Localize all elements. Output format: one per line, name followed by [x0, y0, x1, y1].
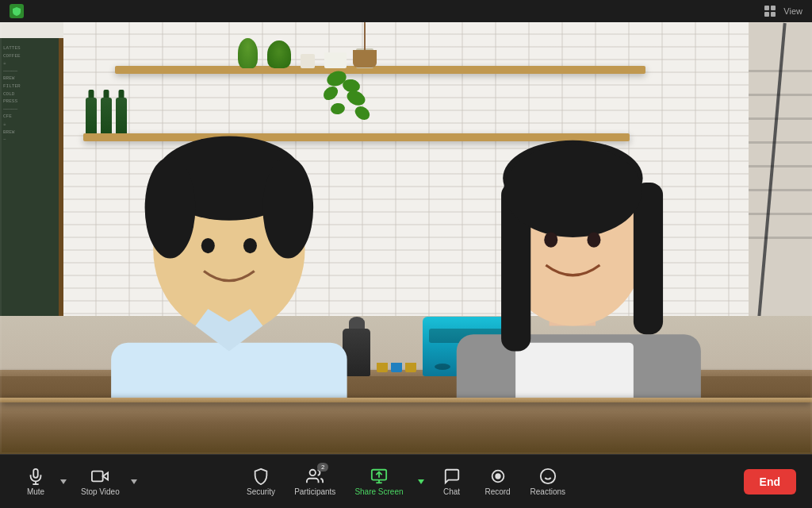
participants-button[interactable]: 2 Participants: [288, 463, 342, 501]
security-button[interactable]: Security: [240, 463, 282, 501]
share-caret[interactable]: [416, 473, 426, 491]
chat-icon: [443, 468, 461, 485]
svg-rect-20: [33, 468, 38, 477]
stop-video-button[interactable]: Stop Video: [75, 463, 126, 501]
main-scene: LATTESCOFFEE☕—————BREWFILTERCOLDPRESS———…: [0, 22, 812, 454]
chat-button[interactable]: Chat: [432, 463, 472, 501]
end-button[interactable]: End: [744, 469, 796, 495]
security-label: Security: [247, 487, 275, 496]
svg-point-25: [310, 469, 316, 475]
share-screen-icon: [370, 468, 388, 485]
view-grid-icon: [764, 6, 776, 17]
camera-icon: [91, 468, 109, 485]
toolbar: Mute Stop Video: [0, 454, 812, 508]
reactions-label: Reactions: [530, 487, 565, 496]
participants-icon: 2: [306, 468, 324, 485]
stop-video-label: Stop Video: [81, 487, 120, 496]
video-caret[interactable]: [129, 473, 139, 491]
svg-point-19: [587, 233, 600, 248]
participants-badge: 2: [317, 463, 328, 471]
reactions-button[interactable]: Reactions: [524, 463, 572, 501]
title-bar-left: [10, 4, 24, 18]
toolbar-left: Mute Stop Video: [16, 463, 139, 501]
mute-label: Mute: [27, 487, 44, 496]
record-label: Record: [485, 487, 510, 496]
svg-point-18: [544, 233, 557, 248]
video-area: LATTESCOFFEE☕—————BREWFILTERCOLDPRESS———…: [0, 22, 812, 454]
svg-rect-24: [92, 471, 103, 481]
toolbar-center: Security 2 Participants: [240, 463, 572, 501]
mute-caret[interactable]: [59, 473, 68, 491]
security-shield-icon: [10, 4, 24, 18]
svg-point-7: [201, 238, 215, 253]
record-button[interactable]: Record: [478, 463, 518, 501]
svg-point-32: [541, 468, 555, 483]
svg-point-8: [243, 238, 257, 253]
svg-point-6: [262, 157, 313, 259]
reactions-icon: [539, 468, 557, 485]
title-bar-right[interactable]: View: [764, 6, 802, 17]
participants-label: Participants: [294, 487, 335, 496]
table-foreground: [0, 402, 812, 454]
svg-point-5: [145, 157, 196, 259]
view-label[interactable]: View: [783, 6, 802, 16]
share-screen-button[interactable]: Share Screen: [348, 463, 409, 501]
record-icon: [489, 468, 507, 485]
svg-marker-23: [103, 472, 108, 479]
mic-icon: [27, 468, 44, 485]
svg-point-31: [496, 474, 500, 479]
security-icon: [252, 468, 270, 485]
people-svg: [0, 22, 812, 454]
title-bar: View: [0, 0, 812, 22]
share-screen-label: Share Screen: [354, 487, 403, 496]
svg-point-17: [504, 144, 642, 237]
chat-label: Chat: [443, 487, 460, 496]
table-edge: [0, 398, 812, 402]
mute-button[interactable]: Mute: [16, 463, 56, 501]
toolbar-right: End: [744, 469, 796, 495]
